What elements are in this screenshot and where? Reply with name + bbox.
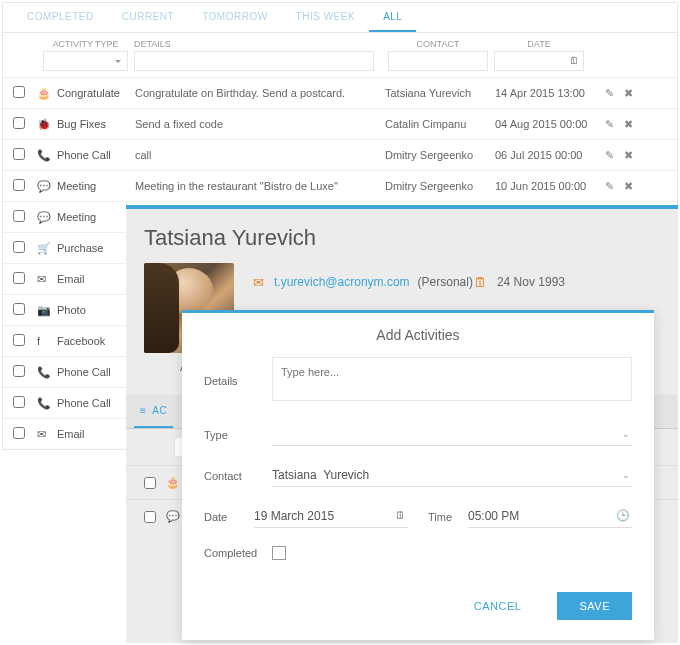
row-details: call	[135, 149, 385, 161]
table-row: 📞Phone CallcallDmitry Sergeenko06 Jul 20…	[3, 139, 677, 170]
filter-input-contact[interactable]	[388, 51, 488, 71]
chat-icon: 💬	[166, 510, 180, 523]
row-type: Purchase	[57, 242, 135, 254]
filter-input-date[interactable]: 🗓	[494, 51, 584, 71]
tab-current[interactable]: CURRENT	[108, 3, 188, 32]
row-date: 14 Apr 2015 13:00	[495, 87, 605, 99]
label-date: Date	[204, 511, 254, 523]
facebook-icon: f	[37, 335, 57, 347]
contact-birthday: 🗓 24 Nov 1993	[473, 263, 660, 302]
tab-thisweek[interactable]: THIS WEEK	[282, 3, 370, 32]
row-type: Meeting	[57, 180, 135, 192]
delete-icon[interactable]: ✖	[624, 87, 633, 100]
row-checkbox[interactable]	[144, 477, 156, 489]
tab-completed[interactable]: COMPLETED	[13, 3, 108, 32]
row-type: Photo	[57, 304, 135, 316]
date-input[interactable]	[254, 505, 408, 528]
email-type: (Personal)	[418, 275, 473, 289]
birthday-icon: 🎂	[37, 87, 57, 100]
label-details: Details	[204, 375, 272, 387]
calendar-icon: 🗓	[473, 275, 489, 290]
row-checkbox[interactable]	[13, 396, 25, 408]
label-contact: Contact	[204, 470, 272, 482]
mail-icon: ✉	[37, 428, 57, 441]
tabs-bar: COMPLETED CURRENT TOMORROW THIS WEEK ALL	[3, 3, 677, 33]
row-contact: Tatsiana Yurevich	[385, 87, 495, 99]
cancel-button[interactable]: CANCEL	[452, 592, 544, 620]
birthday-value: 24 Nov 1993	[497, 275, 565, 289]
cart-icon: 🛒	[37, 242, 57, 255]
row-details: Congratulate on Birthday. Send a postcar…	[135, 87, 385, 99]
calendar-icon: 🗓	[569, 55, 579, 66]
row-type: Phone Call	[57, 397, 135, 409]
row-checkbox[interactable]	[13, 148, 25, 160]
row-contact: Dmitry Sergeenko	[385, 149, 495, 161]
contact-email: ✉ t.yurevich@acronym.com (Personal)	[250, 263, 473, 302]
row-checkbox[interactable]	[13, 179, 25, 191]
add-activities-modal: Add Activities Details Type ⌄ Contact ⌄ …	[182, 310, 654, 640]
save-button[interactable]: SAVE	[557, 592, 632, 620]
modal-title: Add Activities	[182, 313, 654, 357]
subtab-activities[interactable]: ≡ AC	[134, 395, 173, 428]
filter-label-details: DETAILS	[134, 39, 374, 49]
row-contact: Catalin Cimpanu	[385, 118, 495, 130]
row-type: Bug Fixes	[57, 118, 135, 130]
contact-select[interactable]	[272, 464, 632, 487]
row-date: 06 Jul 2015 00:00	[495, 149, 605, 161]
camera-icon: 📷	[37, 304, 57, 317]
edit-icon[interactable]: ✎	[605, 87, 614, 100]
edit-icon[interactable]: ✎	[605, 118, 614, 131]
row-checkbox[interactable]	[13, 210, 25, 222]
filter-label-contact: CONTACT	[388, 39, 488, 49]
delete-icon[interactable]: ✖	[624, 180, 633, 193]
row-type: Phone Call	[57, 149, 135, 161]
row-details: Send a fixed code	[135, 118, 385, 130]
row-date: 04 Aug 2015 00:00	[495, 118, 605, 130]
mail-icon: ✉	[250, 275, 266, 290]
row-checkbox[interactable]	[13, 241, 25, 253]
table-row: 💬MeetingMeeting in the restaurant "Bistr…	[3, 170, 677, 201]
details-textarea[interactable]	[272, 357, 632, 401]
edit-icon[interactable]: ✎	[605, 180, 614, 193]
filter-input-details[interactable]	[134, 51, 374, 71]
clock-icon[interactable]: 🕒	[616, 509, 630, 522]
row-checkbox[interactable]	[13, 334, 25, 346]
chevron-down-icon: ⌄	[622, 429, 630, 439]
row-type: Email	[57, 273, 135, 285]
contact-email-link[interactable]: t.yurevich@acronym.com	[274, 275, 410, 289]
calendar-icon[interactable]: 🗓	[395, 509, 406, 521]
filter-label-date: DATE	[494, 39, 584, 49]
completed-checkbox[interactable]	[272, 546, 286, 560]
birthday-icon: 🎂	[166, 476, 180, 489]
row-checkbox[interactable]	[13, 86, 25, 98]
row-date: 10 Jun 2015 00:00	[495, 180, 605, 192]
filter-row: ACTIVITY TYPE DETAILS CONTACT DATE 🗓	[3, 33, 677, 77]
row-checkbox[interactable]	[13, 303, 25, 315]
row-checkbox[interactable]	[13, 117, 25, 129]
chat-icon: 💬	[37, 211, 57, 224]
type-select[interactable]	[272, 423, 632, 446]
chat-icon: 💬	[37, 180, 57, 193]
phone-icon: 📞	[37, 366, 57, 379]
row-type: Congratulate	[57, 87, 135, 99]
delete-icon[interactable]: ✖	[624, 149, 633, 162]
subtab-label: AC	[152, 405, 167, 416]
tab-tomorrow[interactable]: TOMORROW	[188, 3, 281, 32]
row-checkbox[interactable]	[13, 365, 25, 377]
bug-icon: 🐞	[37, 118, 57, 131]
filter-input-type[interactable]	[43, 51, 128, 71]
delete-icon[interactable]: ✖	[624, 118, 633, 131]
time-input[interactable]	[468, 505, 632, 528]
contact-name: Tatsiana Yurevich	[144, 225, 660, 251]
tab-all[interactable]: ALL	[369, 3, 416, 32]
chevron-down-icon: ⌄	[622, 470, 630, 480]
table-row: 🐞Bug FixesSend a fixed codeCatalin Cimpa…	[3, 108, 677, 139]
row-type: Meeting	[57, 211, 135, 223]
row-checkbox[interactable]	[144, 511, 156, 523]
row-checkbox[interactable]	[13, 272, 25, 284]
row-type: Facebook	[57, 335, 135, 347]
row-checkbox[interactable]	[13, 427, 25, 439]
edit-icon[interactable]: ✎	[605, 149, 614, 162]
row-type: Phone Call	[57, 366, 135, 378]
mail-icon: ✉	[37, 273, 57, 286]
